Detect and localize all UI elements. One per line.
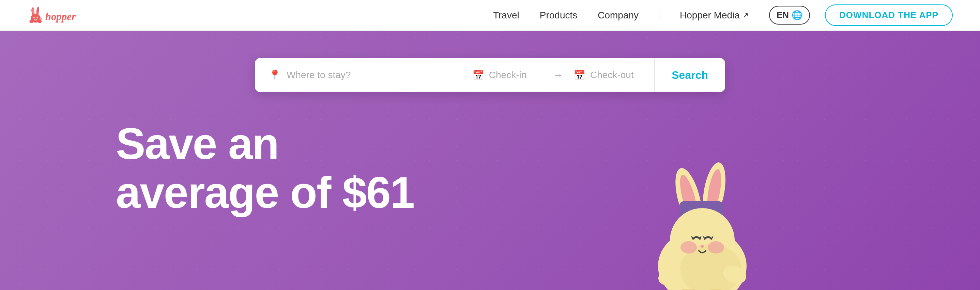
nav-media-label: Hopper Media [680,10,740,21]
hero-heading-line1: Save an [116,119,278,168]
svg-point-18 [708,241,724,253]
lang-label: EN [776,10,789,21]
search-bar: 📍 Where to stay? 📅 Check-in → 📅 Check-ou… [255,58,725,92]
language-button[interactable]: EN 🌐 [769,6,810,24]
main-nav: Travel Products Company Hopper Media ↗ [493,9,749,21]
nav-travel[interactable]: Travel [493,10,519,21]
arrow-icon: → [553,69,563,81]
svg-point-1 [29,20,34,23]
svg-text:hopper: hopper [45,11,76,22]
svg-point-3 [33,17,35,18]
search-button[interactable]: Search [655,58,725,92]
hopper-logo[interactable]: hopper [27,6,95,24]
svg-point-2 [38,20,42,23]
hero-heading: Save an average of $61 [116,119,414,217]
globe-icon: 🌐 [792,10,802,21]
bunny-svg [639,154,783,290]
logo[interactable]: hopper [27,6,95,24]
nav-divider [659,9,659,21]
external-link-icon: ↗ [743,11,749,20]
nav-company[interactable]: Company [598,10,639,21]
checkin-calendar-icon: 📅 [472,70,484,81]
date-range-field: 📅 Check-in → 📅 Check-out [462,58,655,92]
site-header: hopper Travel Products Company Hopper Me… [0,0,980,31]
hero-heading-line2: average of $61 [116,168,414,217]
checkin-field[interactable]: 📅 Check-in [462,70,553,81]
nav-products[interactable]: Products [540,10,578,21]
svg-point-5 [40,18,42,20]
location-field[interactable]: 📍 Where to stay? [255,58,462,92]
checkin-placeholder-text: Check-in [489,70,527,80]
header-right: EN 🌐 DOWNLOAD THE APP [769,5,953,26]
download-app-button[interactable]: DOWNLOAD THE APP [825,5,953,26]
svg-point-4 [37,17,38,18]
svg-point-17 [681,241,697,253]
location-pin-icon: 📍 [269,69,281,81]
hero-text-block: Save an average of $61 [0,119,414,217]
bunny-character [639,154,783,290]
svg-point-19 [700,245,704,248]
location-placeholder-text: Where to stay? [286,70,351,80]
hero-section: 📍 Where to stay? 📅 Check-in → 📅 Check-ou… [0,31,980,290]
checkout-field[interactable]: 📅 Check-out [563,70,654,81]
checkout-calendar-icon: 📅 [573,70,585,81]
nav-media[interactable]: Hopper Media ↗ [680,10,749,21]
checkout-placeholder-text: Check-out [590,70,634,80]
